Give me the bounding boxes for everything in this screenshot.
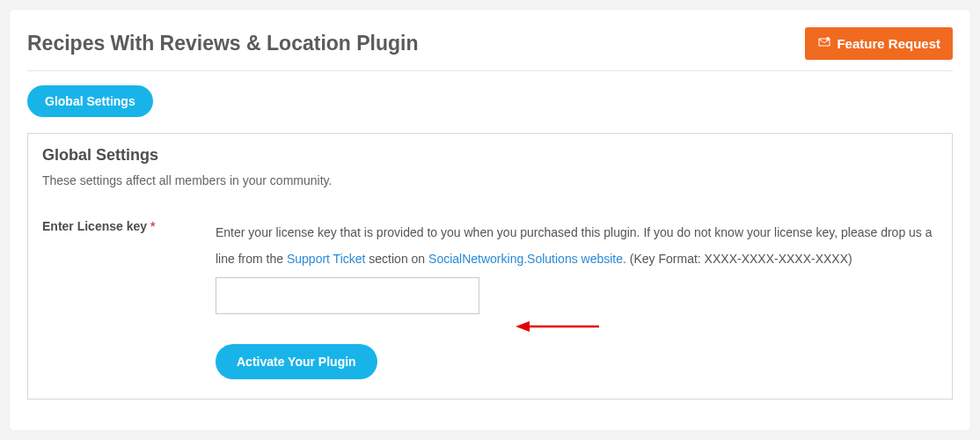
support-ticket-link[interactable]: Support Ticket	[287, 252, 366, 266]
help-text-3: . (Key Format: XXXX-XXXX-XXXX-XXXX)	[623, 252, 852, 266]
license-form-body: Enter your license key that is provided …	[216, 219, 938, 379]
license-label: Enter License key *	[42, 219, 216, 233]
settings-card: Recipes With Reviews & Location Plugin F…	[9, 9, 971, 431]
tab-row: Global Settings	[27, 85, 953, 117]
required-mark: *	[150, 219, 155, 233]
mail-icon	[817, 35, 831, 52]
header-row: Recipes With Reviews & Location Plugin F…	[27, 27, 953, 71]
activate-plugin-button[interactable]: Activate Your Plugin	[216, 344, 377, 379]
page-title: Recipes With Reviews & Location Plugin	[27, 32, 419, 55]
settings-box: Global Settings These settings affect al…	[27, 133, 953, 400]
license-help-text: Enter your license key that is provided …	[216, 219, 938, 272]
svg-marker-1	[516, 321, 530, 332]
section-description: These settings affect all members in you…	[42, 173, 938, 187]
tab-global-settings[interactable]: Global Settings	[27, 85, 153, 117]
license-form-row: Enter License key * Enter your license k…	[42, 219, 938, 379]
annotation-arrow	[516, 318, 603, 335]
feature-request-label: Feature Request	[837, 36, 940, 51]
section-title: Global Settings	[42, 146, 938, 165]
tab-global-settings-label: Global Settings	[45, 94, 135, 108]
help-text-2: section on	[365, 252, 428, 266]
sns-website-link[interactable]: SocialNetworking.Solutions website	[428, 252, 623, 266]
feature-request-button[interactable]: Feature Request	[805, 27, 953, 60]
license-key-input[interactable]	[216, 277, 479, 314]
license-label-text: Enter License key	[42, 219, 147, 233]
activate-plugin-label: Activate Your Plugin	[237, 355, 356, 369]
